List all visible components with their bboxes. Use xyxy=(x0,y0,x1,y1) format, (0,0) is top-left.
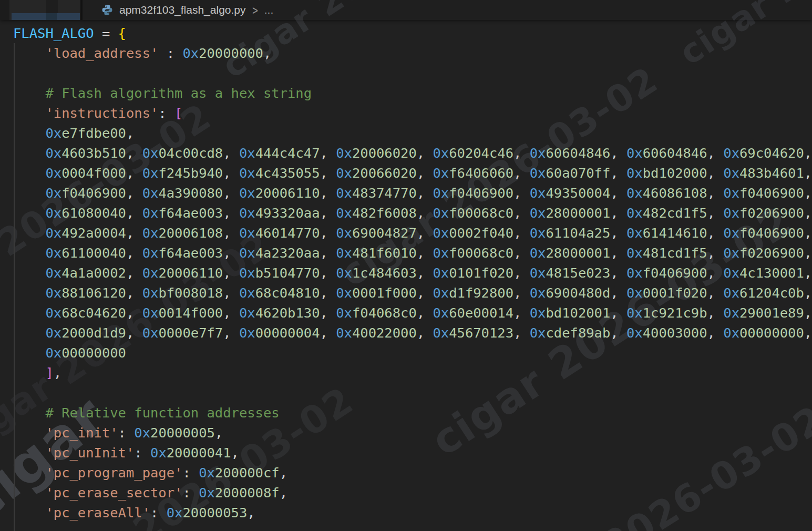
blurred-tab[interactable] xyxy=(0,0,83,20)
code-token: : xyxy=(158,105,174,121)
code-token: 0x xyxy=(626,145,643,161)
code-token: , xyxy=(417,305,433,321)
code-token: 0x xyxy=(239,305,255,321)
code-line[interactable]: 0x0004f000, 0xf245b940, 0x4c435055, 0x20… xyxy=(0,163,812,183)
code-token: 0x xyxy=(336,245,352,261)
code-token: : xyxy=(118,425,135,441)
code-token: 0x xyxy=(626,245,643,261)
code-token: 481f6010 xyxy=(352,245,417,261)
code-token: # Flash algorithm as a hex string xyxy=(45,85,312,101)
code-line[interactable]: 0x492a0004, 0x20006108, 0x46014770, 0x69… xyxy=(0,223,812,243)
code-token: 0x xyxy=(626,325,643,341)
code-token: , xyxy=(804,325,812,341)
code-token: 00000000 xyxy=(739,325,804,341)
code-token: , xyxy=(707,145,724,161)
code-line[interactable]: ], xyxy=(0,363,812,383)
code-line[interactable]: 0x4a1a0002, 0x20006110, 0xb5104770, 0x1c… xyxy=(0,263,812,283)
code-token: 0x xyxy=(45,205,61,221)
code-line[interactable] xyxy=(0,63,812,83)
code-token: , xyxy=(223,205,239,221)
code-line[interactable] xyxy=(0,383,812,403)
code-line[interactable]: 'load_address' : 0x20000000, xyxy=(0,43,812,63)
code-token xyxy=(13,505,45,520)
code-line[interactable]: 'pc_eraseAll': 0x20000053, xyxy=(0,503,812,523)
code-token: 200000cf xyxy=(215,465,280,481)
code-token: 04c00cd8 xyxy=(158,145,223,161)
code-token: , xyxy=(417,265,433,281)
code-token: , xyxy=(280,485,287,501)
code-line[interactable]: # Relative function addresses xyxy=(0,403,812,423)
code-area[interactable]: FLASH_ALGO = { 'load_address' : 0x200000… xyxy=(0,23,812,523)
code-token: 0x xyxy=(626,225,643,241)
code-token: 0x xyxy=(336,305,352,321)
code-line[interactable]: 0x2000d1d9, 0x0000e7f7, 0x00000004, 0x40… xyxy=(0,323,812,343)
code-token: 0x xyxy=(723,225,739,241)
code-token: { xyxy=(118,25,126,41)
code-token: 40003000 xyxy=(643,325,707,341)
code-token: 20006110 xyxy=(255,185,320,201)
code-token: , xyxy=(610,165,626,181)
code-token xyxy=(13,465,45,481)
code-token: 0x xyxy=(336,265,352,281)
code-token: , xyxy=(223,305,239,321)
code-token: 2000008f xyxy=(215,485,280,501)
code-token: , xyxy=(417,325,433,341)
code-token: 28000001 xyxy=(546,245,610,261)
code-token: 1c484603 xyxy=(352,265,417,281)
code-token: 'pc_unInit' xyxy=(45,445,134,461)
breadcrumb-ellipsis[interactable]: ... xyxy=(264,4,274,16)
code-token: 0x xyxy=(239,245,255,261)
code-token: , xyxy=(513,225,530,241)
code-token: , xyxy=(610,285,626,301)
code-token: , xyxy=(417,145,433,161)
code-token: 4620b130 xyxy=(255,305,320,321)
code-token xyxy=(13,485,45,501)
code-line[interactable]: 0xf0406900, 0x4a390080, 0x20006110, 0x48… xyxy=(0,183,812,203)
code-line[interactable]: 0x00000000 xyxy=(0,343,812,363)
code-line[interactable]: 'pc_init': 0x20000005, xyxy=(0,423,812,443)
code-token: 0101f020 xyxy=(449,265,513,281)
code-token: 0x xyxy=(142,325,159,341)
code-token: 0001f000 xyxy=(352,285,417,301)
breadcrumb-file[interactable]: apm32f103_flash_algo.py xyxy=(119,4,246,16)
code-token: 0x xyxy=(530,305,546,321)
code-line[interactable]: 'pc_program_page': 0x200000cf, xyxy=(0,463,812,483)
code-token: FLASH_ALGO xyxy=(13,25,94,41)
code-token: : xyxy=(182,485,199,501)
code-token: , xyxy=(223,185,239,201)
code-token: 45670123 xyxy=(449,325,513,341)
code-token: 0x xyxy=(723,285,739,301)
code-line[interactable]: 'pc_erase_sector': 0x2000008f, xyxy=(0,483,812,503)
code-token: 0x xyxy=(433,165,449,181)
code-token: = xyxy=(94,25,118,41)
code-line[interactable]: 0x68c04620, 0x0014f000, 0x4620b130, 0xf0… xyxy=(0,303,812,323)
code-line[interactable]: 'instructions': [ xyxy=(0,103,812,123)
code-token: , xyxy=(320,325,336,341)
code-line[interactable]: 0xe7fdbe00, xyxy=(0,123,812,143)
code-line[interactable]: FLASH_ALGO = { xyxy=(0,23,812,43)
code-token: 'load_address' xyxy=(45,45,158,61)
code-token: 29001e89 xyxy=(739,305,804,321)
code-line[interactable]: 'pc_unInit': 0x20000041, xyxy=(0,443,812,463)
code-line[interactable]: 0x88106120, 0xbf008018, 0x68c04810, 0x00… xyxy=(0,283,812,303)
code-token: 0x xyxy=(530,245,546,261)
code-token: , xyxy=(263,45,271,61)
tab-divider xyxy=(80,0,83,20)
code-line[interactable]: 0x4603b510, 0x04c00cd8, 0x444c4c47, 0x20… xyxy=(0,143,812,163)
code-token: 0x xyxy=(626,205,643,221)
code-line[interactable]: # Flash algorithm as a hex string xyxy=(0,83,812,103)
code-token: 0x xyxy=(199,465,215,481)
code-token: 'pc_erase_sector' xyxy=(45,485,182,501)
code-token: , xyxy=(804,285,812,301)
code-line[interactable]: 0x61100040, 0xf64ae003, 0x4a2320aa, 0x48… xyxy=(0,243,812,263)
code-token: , xyxy=(707,265,724,281)
code-token: , xyxy=(804,305,812,321)
code-token: , xyxy=(513,245,530,261)
code-token: , xyxy=(247,505,255,520)
code-token xyxy=(13,365,45,381)
code-line[interactable]: 0x61080040, 0xf64ae003, 0x493320aa, 0x48… xyxy=(0,203,812,223)
code-token: , xyxy=(215,425,223,441)
code-token: 0x xyxy=(723,165,739,181)
code-token: b5104770 xyxy=(255,265,320,281)
code-token: , xyxy=(320,185,336,201)
